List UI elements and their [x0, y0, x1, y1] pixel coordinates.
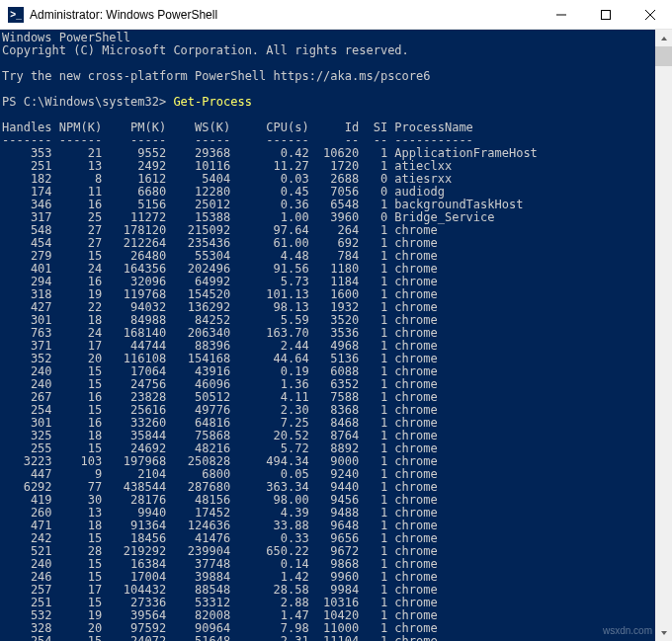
window-controls	[539, 0, 672, 29]
close-button[interactable]	[628, 0, 672, 29]
window-titlebar: >_ Administrator: Windows PowerShell	[0, 0, 672, 30]
scroll-track[interactable]	[655, 46, 672, 624]
scroll-up-button[interactable]	[655, 30, 672, 46]
window-title: Administrator: Windows PowerShell	[30, 8, 539, 22]
vertical-scrollbar[interactable]	[655, 30, 672, 641]
minimize-button[interactable]	[539, 0, 583, 29]
terminal-output[interactable]: Windows PowerShell Copyright (C) Microso…	[0, 30, 672, 641]
maximize-button[interactable]	[583, 0, 628, 29]
scroll-thumb[interactable]	[655, 46, 672, 66]
scroll-down-button[interactable]	[655, 624, 672, 641]
svg-marker-5	[661, 631, 667, 635]
svg-rect-1	[601, 10, 610, 19]
powershell-icon: >_	[8, 7, 24, 23]
watermark: wsxdn.com	[603, 624, 652, 637]
svg-marker-4	[661, 37, 667, 40]
